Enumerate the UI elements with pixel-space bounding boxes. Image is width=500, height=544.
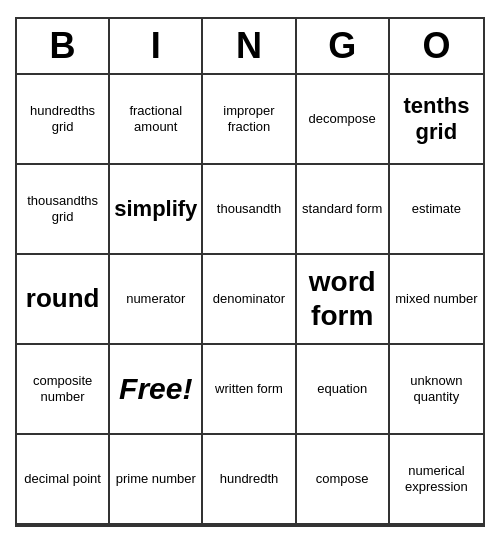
header-letter: B <box>17 19 110 73</box>
bingo-cell[interactable]: equation <box>297 345 390 435</box>
bingo-cell[interactable]: written form <box>203 345 296 435</box>
bingo-cell[interactable]: mixed number <box>390 255 483 345</box>
bingo-cell[interactable]: decimal point <box>17 435 110 525</box>
bingo-grid: hundredths gridfractional amountimproper… <box>17 75 483 525</box>
bingo-cell[interactable]: hundredths grid <box>17 75 110 165</box>
bingo-card: BINGO hundredths gridfractional amountim… <box>15 17 485 527</box>
bingo-cell[interactable]: improper fraction <box>203 75 296 165</box>
bingo-cell[interactable]: simplify <box>110 165 203 255</box>
header-letter: O <box>390 19 483 73</box>
bingo-cell[interactable]: thousandths grid <box>17 165 110 255</box>
bingo-cell[interactable]: prime number <box>110 435 203 525</box>
bingo-header: BINGO <box>17 19 483 75</box>
bingo-cell[interactable]: compose <box>297 435 390 525</box>
bingo-cell[interactable]: fractional amount <box>110 75 203 165</box>
bingo-cell[interactable]: composite number <box>17 345 110 435</box>
bingo-cell[interactable]: numerator <box>110 255 203 345</box>
bingo-cell[interactable]: hundredth <box>203 435 296 525</box>
bingo-cell[interactable]: round <box>17 255 110 345</box>
bingo-cell[interactable]: estimate <box>390 165 483 255</box>
bingo-cell[interactable]: decompose <box>297 75 390 165</box>
header-letter: N <box>203 19 296 73</box>
bingo-cell[interactable]: thousandth <box>203 165 296 255</box>
bingo-cell[interactable]: standard form <box>297 165 390 255</box>
bingo-cell[interactable]: Free! <box>110 345 203 435</box>
bingo-cell[interactable]: word form <box>297 255 390 345</box>
bingo-cell[interactable]: denominator <box>203 255 296 345</box>
header-letter: G <box>297 19 390 73</box>
bingo-cell[interactable]: tenths grid <box>390 75 483 165</box>
bingo-cell[interactable]: unknown quantity <box>390 345 483 435</box>
header-letter: I <box>110 19 203 73</box>
bingo-cell[interactable]: numerical expression <box>390 435 483 525</box>
